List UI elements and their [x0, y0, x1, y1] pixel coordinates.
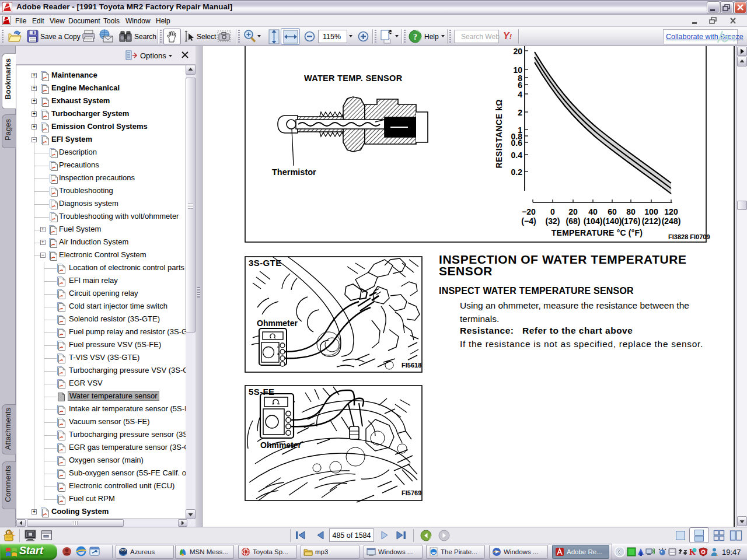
svg-text:?: ? [413, 33, 417, 41]
